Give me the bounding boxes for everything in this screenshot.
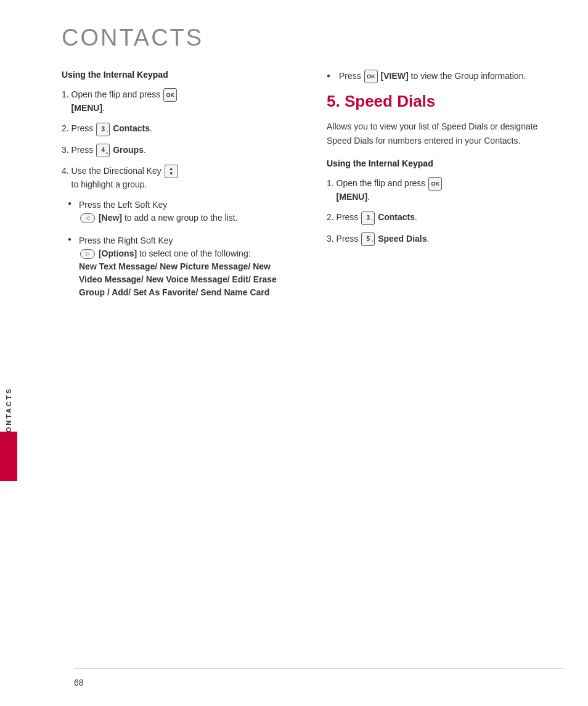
sd-step-2-bold: Contacts xyxy=(378,212,415,222)
step-2-num: 2. xyxy=(62,123,71,133)
sd-step-1-num: 1. xyxy=(327,178,337,188)
right-column: Press OK [VIEW] to view the Group inform… xyxy=(321,70,563,309)
right-bullet-bold: [VIEW] xyxy=(381,71,409,81)
speed-dials-numbered-list: 1. Open the flip and press OK [MENU]. 2.… xyxy=(327,177,563,246)
right-bullet-text-before: Press xyxy=(339,71,364,81)
step-1-num: 1. xyxy=(62,89,71,99)
bottom-divider xyxy=(74,668,563,669)
sidebar-bar xyxy=(0,432,17,481)
sd-step-3: 3. Press 5* Speed Dials. xyxy=(327,232,563,246)
sd-step-2-text-before: Press xyxy=(337,212,361,222)
step-4-text-after: to highlight a group. xyxy=(71,179,147,189)
ok-key-icon-1: OK xyxy=(163,88,177,102)
sd-step-1: 1. Open the flip and press OK [MENU]. xyxy=(327,177,563,203)
num-key-3-left: 3" xyxy=(96,123,110,136)
num-key-5-right: 5* xyxy=(361,232,375,246)
speed-dials-description: Allows you to view your list of Speed Di… xyxy=(327,120,563,147)
bullet-left-soft-key: Press the Left Soft Key ◁ [New] to add a… xyxy=(68,199,296,224)
speed-dials-section-heading: Using the Internal Keypad xyxy=(327,158,563,168)
step-3: 3. Press 4s Groups. xyxy=(62,144,296,157)
right-top-bullet: Press OK [VIEW] to view the Group inform… xyxy=(327,70,563,83)
left-column: Using the Internal Keypad 1. Open the fl… xyxy=(62,70,296,309)
left-soft-key-icon: ◁ xyxy=(80,213,95,223)
ok-key-icon-sd1: OK xyxy=(428,177,442,191)
ok-key-icon-right: OK xyxy=(364,70,378,83)
page-number: 68 xyxy=(74,678,84,688)
sd-step-3-bold: Speed Dials xyxy=(378,234,427,244)
sd-step-2-num: 2. xyxy=(327,212,337,222)
sd-step-2-period: . xyxy=(415,212,417,222)
bullet2-options-list: New Text Message/ New Picture Message/ N… xyxy=(79,261,277,297)
sd-step-3-text-before: Press xyxy=(337,234,361,244)
step-3-num: 3. xyxy=(62,145,71,155)
numbered-list-left: 1. Open the flip and press OK [MENU]. 2.… xyxy=(62,88,296,191)
step-1-text-before: Open the flip and press xyxy=(71,89,163,99)
right-soft-key-icon: ▷ xyxy=(80,249,95,259)
bullet-right-soft-key: Press the Right Soft Key ▷ [Options] to … xyxy=(68,234,296,299)
left-section-heading: Using the Internal Keypad xyxy=(62,70,296,80)
page: CONTACTS CONTACTS Using the Internal Key… xyxy=(0,0,588,706)
step-1-bold: [MENU] xyxy=(71,103,103,113)
speed-dials-heading: 5. Speed Dials xyxy=(327,92,563,111)
num-key-3-right: 3" xyxy=(361,211,375,225)
sd-step-2: 2. Press 3" Contacts. xyxy=(327,211,563,224)
step-2: 2. Press 3" Contacts. xyxy=(62,122,296,136)
bullet-list-left: Press the Left Soft Key ◁ [New] to add a… xyxy=(68,199,296,299)
step-4-num: 4. xyxy=(62,166,71,176)
sd-step-1-period: . xyxy=(367,192,370,202)
right-bullet-text-after: to view the Group information. xyxy=(411,71,526,81)
sd-step-1-text-before: Open the flip and press xyxy=(337,178,428,188)
step-2-text-before: Press xyxy=(71,123,96,133)
two-column-layout: Using the Internal Keypad 1. Open the fl… xyxy=(62,70,563,309)
speed-dials-section: 5. Speed Dials Allows you to view your l… xyxy=(327,92,563,246)
step-2-bold: Contacts xyxy=(113,123,150,133)
bullet1-text-before: Press the Left Soft Key xyxy=(79,200,167,210)
step-2-period: . xyxy=(150,123,152,133)
step-4-text-before: Use the Directional Key xyxy=(71,166,164,176)
sd-step-3-period: . xyxy=(427,234,430,244)
step-3-period: . xyxy=(144,145,146,155)
bullet2-bold: [Options] xyxy=(99,248,137,258)
main-content: CONTACTS Using the Internal Keypad 1. Op… xyxy=(37,0,588,706)
step-1: 1. Open the flip and press OK [MENU]. xyxy=(62,88,296,115)
num-key-4-left: 4s xyxy=(96,144,110,157)
sd-step-3-num: 3. xyxy=(327,234,337,244)
sd-step-1-bold: [MENU] xyxy=(337,192,368,202)
bullet2-text-after: to select one of the following: xyxy=(139,248,251,258)
step-3-bold: Groups xyxy=(113,145,144,155)
bullet2-text-before: Press the Right Soft Key xyxy=(79,236,173,245)
step-3-text-before: Press xyxy=(71,145,96,155)
step-4: 4. Use the Directional Key ▲ ▼ to highli… xyxy=(62,165,296,191)
bullet1-text-after: to add a new group to the list. xyxy=(125,213,238,223)
dir-key-icon: ▲ ▼ xyxy=(165,165,178,178)
step-1-period: . xyxy=(102,103,105,113)
bullet1-bold: [New] xyxy=(99,213,122,223)
page-title: CONTACTS xyxy=(62,25,563,51)
